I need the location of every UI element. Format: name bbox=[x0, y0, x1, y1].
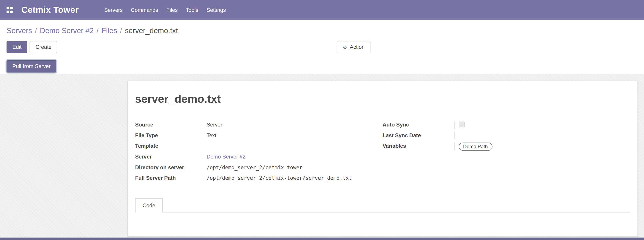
field-value: Server bbox=[207, 121, 382, 129]
field-value: /opt/demo_server_2/cetmix-tower bbox=[207, 163, 382, 171]
field-row-server: Server Demo Server #2 bbox=[135, 153, 382, 163]
menu-item-settings[interactable]: Settings bbox=[202, 3, 230, 16]
field-groups: Source Server File Type Text Template Se… bbox=[135, 121, 630, 185]
form-view-background: server_demo.txt Source Server File Type … bbox=[0, 74, 644, 240]
pull-from-server-button[interactable]: Pull from Server bbox=[6, 60, 56, 73]
menu-item-files[interactable]: Files bbox=[162, 3, 182, 16]
field-label: Variables bbox=[382, 142, 454, 150]
field-label: Full Server Path bbox=[135, 174, 206, 182]
breadcrumb-separator: / bbox=[35, 27, 37, 35]
field-value bbox=[207, 142, 382, 150]
app-brand[interactable]: Cetmix Tower bbox=[21, 5, 79, 15]
breadcrumb-servers[interactable]: Servers bbox=[6, 27, 32, 35]
apps-grid-icon[interactable] bbox=[6, 7, 12, 13]
bottom-edge-strip bbox=[0, 238, 644, 240]
code-tab-content bbox=[135, 213, 630, 236]
field-row-file-type: File Type Text bbox=[135, 131, 382, 142]
field-group-right: Auto Sync Last Sync Date Variables Demo … bbox=[382, 121, 630, 185]
variable-tag-demo-path[interactable]: Demo Path bbox=[459, 143, 492, 151]
action-menu-button[interactable]: ⚙ Action bbox=[337, 41, 370, 53]
breadcrumb-current: server_demo.txt bbox=[125, 27, 178, 35]
field-label: Server bbox=[135, 153, 206, 160]
field-row-auto-sync: Auto Sync bbox=[382, 121, 630, 132]
menu-item-tools[interactable]: Tools bbox=[182, 3, 202, 16]
control-panel-buttons: Edit Create bbox=[6, 41, 57, 53]
field-group-left: Source Server File Type Text Template Se… bbox=[135, 121, 382, 185]
server-record-link[interactable]: Demo Server #2 bbox=[207, 154, 246, 160]
field-row-variables: Variables Demo Path bbox=[382, 142, 630, 153]
tab-code[interactable]: Code bbox=[135, 198, 163, 213]
menu-item-servers[interactable]: Servers bbox=[100, 3, 127, 16]
record-title: server_demo.txt bbox=[135, 93, 630, 106]
field-label: Last Sync Date bbox=[382, 131, 454, 139]
edit-button[interactable]: Edit bbox=[6, 41, 27, 53]
field-row-directory: Directory on server /opt/demo_server_2/c… bbox=[135, 163, 382, 174]
auto-sync-checkbox[interactable] bbox=[459, 121, 464, 127]
breadcrumb-files[interactable]: Files bbox=[102, 27, 117, 35]
field-value: /opt/demo_server_2/cetmix-tower/server_d… bbox=[207, 174, 382, 182]
breadcrumb: Servers/Demo Server #2/Files/server_demo… bbox=[6, 26, 178, 36]
field-label: File Type bbox=[135, 131, 206, 139]
field-value: Text bbox=[207, 131, 382, 139]
breadcrumb-separator: / bbox=[120, 27, 122, 35]
main-menu: Servers Commands Files Tools Settings bbox=[100, 3, 230, 16]
field-label: Directory on server bbox=[135, 163, 206, 171]
field-row-template: Template bbox=[135, 142, 382, 153]
menu-item-commands[interactable]: Commands bbox=[127, 3, 162, 16]
gear-icon: ⚙ bbox=[343, 44, 347, 50]
action-menu-label: Action bbox=[350, 44, 365, 50]
field-value bbox=[454, 131, 630, 139]
field-row-last-sync-date: Last Sync Date bbox=[382, 131, 630, 142]
field-label: Template bbox=[135, 142, 206, 150]
top-navbar: Cetmix Tower Servers Commands Files Tool… bbox=[0, 0, 644, 20]
app-window: Cetmix Tower Servers Commands Files Tool… bbox=[0, 0, 644, 240]
field-row-full-path: Full Server Path /opt/demo_server_2/cetm… bbox=[135, 174, 382, 185]
field-label: Source bbox=[135, 121, 206, 129]
breadcrumb-separator: / bbox=[96, 27, 98, 35]
breadcrumb-demo-server-2[interactable]: Demo Server #2 bbox=[40, 27, 94, 35]
statusbar: Pull from Server bbox=[6, 60, 56, 73]
create-button[interactable]: Create bbox=[30, 41, 58, 53]
field-row-source: Source Server bbox=[135, 121, 382, 132]
notebook-tabs: Code bbox=[135, 198, 630, 213]
field-label: Auto Sync bbox=[382, 121, 454, 129]
form-sheet: server_demo.txt Source Server File Type … bbox=[127, 81, 638, 237]
